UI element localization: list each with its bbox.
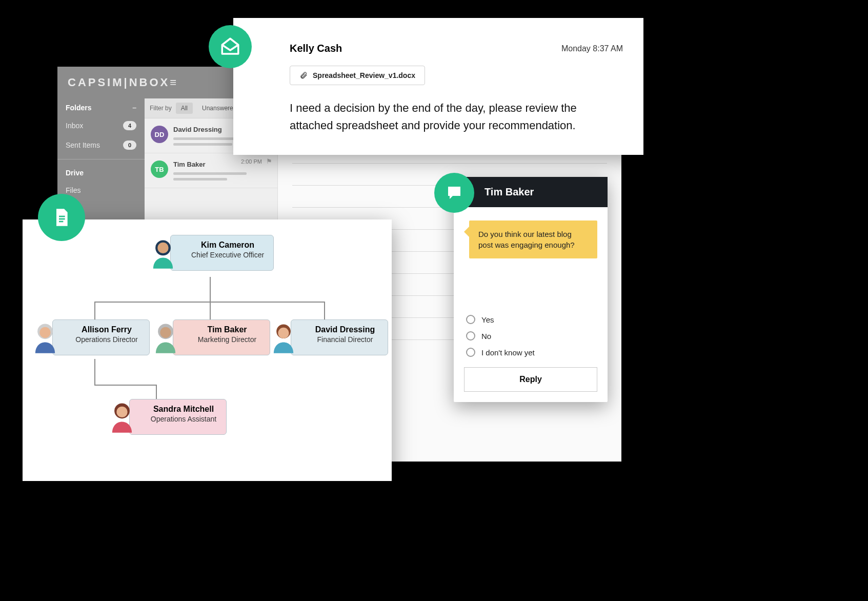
person-card: Allison Ferry Operations Director	[52, 319, 150, 355]
svg-rect-0	[59, 216, 65, 217]
org-chart-card: Kim Cameron Chief Executive Officer Alli…	[23, 219, 392, 481]
drive-heading: Drive	[57, 164, 145, 181]
inbox-count-badge: 4	[123, 121, 136, 130]
person-card: David Dressing Financial Director	[291, 319, 388, 355]
org-person-ops[interactable]: Allison Ferry Operations Director	[28, 319, 150, 355]
connector	[210, 302, 211, 322]
connector	[156, 385, 157, 400]
email-body: I need a decision by the end of the day,…	[290, 99, 623, 134]
person-title: Chief Executive Officer	[191, 251, 264, 259]
folders-heading: Folders –	[57, 98, 145, 116]
radio-icon	[466, 331, 475, 340]
person-title: Financial Director	[312, 335, 378, 344]
avatar-icon	[148, 320, 183, 355]
connector	[94, 385, 156, 386]
svg-point-12	[116, 407, 127, 417]
org-person-ceo[interactable]: Kim Cameron Chief Executive Officer	[146, 235, 274, 271]
radio-icon	[466, 315, 475, 324]
avatar-icon	[105, 400, 139, 435]
filter-label: Filter by	[150, 105, 172, 112]
radio-icon	[466, 348, 475, 357]
email-sender: Kelly Cash	[290, 43, 342, 54]
connector	[324, 302, 325, 322]
chat-option[interactable]: I don't know yet	[466, 348, 597, 357]
chat-icon	[434, 173, 474, 213]
chat-option-label: I don't know yet	[481, 348, 535, 357]
email-preview-card: Kelly Cash Monday 8:37 AM Spreadsheet_Re…	[233, 18, 643, 155]
connector	[94, 302, 95, 322]
attachment-name: Spreadsheet_Review_v1.docx	[313, 71, 415, 79]
person-name: Sandra Mitchell	[150, 405, 217, 414]
chat-sender: Tim Baker	[454, 177, 608, 207]
svg-point-6	[39, 327, 50, 338]
person-title: Marketing Director	[194, 335, 260, 344]
mail-icon	[209, 25, 252, 68]
sidebar-item-inbox[interactable]: Inbox 4	[57, 116, 145, 135]
person-title: Operations Director	[73, 335, 140, 344]
collapse-icon[interactable]: –	[132, 104, 136, 112]
avatar-icon	[28, 320, 63, 355]
person-name: Tim Baker	[194, 325, 260, 334]
chat-message: Do you think our latest blog post was en…	[469, 221, 597, 258]
message-time: 2:00 PM	[241, 158, 262, 165]
sent-count-badge: 0	[123, 141, 136, 150]
person-title: Operations Assistant	[150, 415, 217, 423]
sidebar-item-label: Sent Items	[66, 141, 100, 149]
svg-point-10	[278, 328, 289, 338]
chat-panel: Tim Baker Do you think our latest blog p…	[454, 177, 608, 402]
paperclip-icon	[299, 71, 308, 79]
sidebar-item-label: Files	[66, 186, 81, 194]
avatar-icon	[266, 320, 301, 355]
chat-option-label: No	[481, 332, 491, 340]
person-card: Sandra Mitchell Operations Assistant	[129, 399, 227, 435]
svg-point-8	[160, 327, 171, 338]
filter-chip-all[interactable]: All	[176, 103, 193, 114]
chat-option[interactable]: Yes	[466, 315, 597, 324]
org-person-mkt[interactable]: Tim Baker Marketing Director	[148, 319, 270, 355]
org-person-asst[interactable]: Sandra Mitchell Operations Assistant	[105, 399, 227, 435]
attachment-chip[interactable]: Spreadsheet_Review_v1.docx	[290, 66, 425, 85]
drive-label: Drive	[66, 169, 84, 177]
svg-point-4	[157, 243, 168, 253]
person-card: Kim Cameron Chief Executive Officer	[170, 235, 274, 271]
person-name: Allison Ferry	[73, 325, 140, 334]
divider	[57, 159, 145, 159]
sidebar-item-label: Inbox	[66, 122, 83, 130]
connector	[210, 277, 211, 302]
reply-button[interactable]: Reply	[464, 367, 597, 392]
flag-icon[interactable]: ⚑	[266, 157, 272, 165]
avatar: DD	[151, 126, 168, 143]
email-timestamp: Monday 8:37 AM	[561, 44, 623, 53]
person-name: David Dressing	[312, 325, 378, 334]
person-card: Tim Baker Marketing Director	[173, 319, 270, 355]
chat-options: Yes No I don't know yet	[464, 315, 597, 357]
chat-option[interactable]: No	[466, 331, 597, 340]
connector	[94, 359, 95, 385]
folders-label: Folders	[66, 104, 92, 112]
person-name: Kim Cameron	[191, 241, 264, 250]
org-person-fin[interactable]: David Dressing Financial Director	[266, 319, 388, 355]
chat-option-label: Yes	[481, 315, 494, 324]
sidebar-item-sent[interactable]: Sent Items 0	[57, 135, 145, 155]
avatar-icon	[146, 236, 180, 271]
message-row[interactable]: TB Tim Baker 2:00 PM ⚑	[145, 153, 277, 188]
avatar: TB	[151, 161, 168, 178]
